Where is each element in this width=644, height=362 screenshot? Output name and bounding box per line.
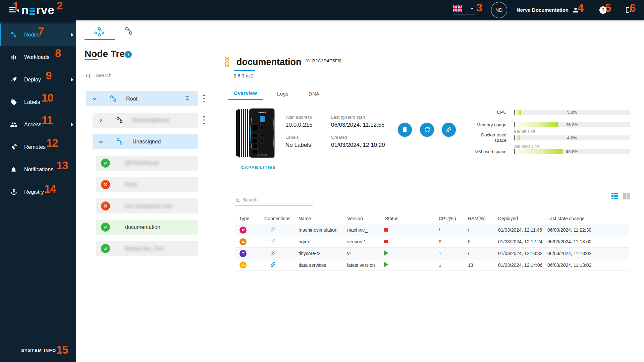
- tree-group-root[interactable]: Root: [86, 91, 198, 106]
- workload-row[interactable]: data services latest version 1 13 01/03/…: [235, 259, 629, 271]
- workload-deployed: 01/03/2024, 12:13:32: [495, 251, 545, 256]
- connection-link-icon[interactable]: [270, 261, 276, 268]
- annotation-8: 8: [55, 48, 61, 59]
- remotes-icon: [10, 143, 17, 151]
- nerve-logo[interactable]: n rve: [21, 3, 55, 17]
- access-icon: [10, 121, 17, 128]
- node-tree-search: [86, 71, 205, 81]
- reboot-node-button[interactable]: [420, 123, 434, 137]
- tree-group-blurred[interactable]: BrokeringNerve: [93, 113, 198, 128]
- workload-cpu: 0: [436, 239, 465, 244]
- capabilities-link[interactable]: CAPABILITIES: [241, 165, 276, 170]
- status-stopped-icon: [384, 228, 388, 232]
- connect-node-button[interactable]: [442, 123, 456, 137]
- node-tree-panel: Node Tree i Root BrokeringNerve Unassign…: [76, 20, 215, 362]
- tree-node-item[interactable]: Ryan: [96, 177, 198, 192]
- logo-text-n: n: [21, 3, 29, 17]
- svg-text:nerve: nerve: [258, 111, 266, 114]
- workload-last-state-change: 06/03/2024, 11:13:02: [545, 262, 629, 268]
- language-selector[interactable]: [453, 5, 477, 15]
- sidebar-item-remotes[interactable]: Remotes: [0, 136, 76, 158]
- workload-ram: 0: [465, 239, 495, 244]
- col-status: Status: [381, 216, 436, 221]
- grid-view-icon[interactable]: [623, 192, 630, 200]
- chevron-down-icon[interactable]: [99, 139, 103, 144]
- workload-row[interactable]: tinycore-t2 v1 1 / 01/03/2024, 12:13:32 …: [235, 247, 629, 259]
- link-icon: [444, 125, 453, 134]
- workload-name: machinesimulation: [296, 227, 344, 233]
- sidebar-item-deploy[interactable]: Deploy: [0, 68, 76, 91]
- active-tab-underline: [85, 39, 115, 40]
- system-info-link[interactable]: SYSTEM INFO: [21, 348, 56, 353]
- workload-version: v1: [344, 251, 381, 256]
- chevron-right-icon[interactable]: [99, 118, 103, 123]
- collapse-all-icon[interactable]: [184, 96, 191, 102]
- metric-label: Memory usage: [470, 122, 506, 128]
- app-window: n rve ND Nerve Documentation ?: [0, 0, 644, 362]
- annotation-5: 5: [605, 2, 611, 13]
- sidebar-item-label: Labels: [24, 99, 40, 105]
- search-input[interactable]: [235, 196, 313, 205]
- tab-node-list-icon[interactable]: [124, 26, 135, 38]
- node-online-icon: [101, 159, 110, 168]
- connection-link-icon[interactable]: [270, 250, 276, 256]
- workload-deployed: 01/03/2024, 12:14:06: [495, 262, 545, 268]
- created-value: 01/03/2024, 12:10:20: [331, 142, 385, 148]
- info-icon[interactable]: i: [125, 51, 132, 58]
- sidebar-item-label: Nodes: [24, 32, 40, 38]
- node-offline-icon: [101, 201, 110, 210]
- search-input[interactable]: [86, 71, 205, 81]
- tree-node-label: Ryan: [125, 182, 138, 188]
- labels-icon: [10, 99, 17, 106]
- search-icon: [86, 73, 92, 79]
- delete-node-button[interactable]: [398, 123, 412, 137]
- workload-last-state-change: 06/03/2024, 11:13:00: [545, 239, 629, 244]
- sidebar-item-registry[interactable]: Registry: [0, 181, 76, 203]
- tab-logs[interactable]: Logs: [271, 87, 294, 100]
- tree-node-documentation[interactable]: documentation: [96, 220, 198, 235]
- last-system-start-value: 06/03/2024, 11:12:56: [331, 122, 384, 128]
- detail-tabs: Overview Logs DNA: [228, 87, 334, 100]
- workload-ram: /: [465, 251, 495, 256]
- field-label: Wan address: [285, 115, 312, 120]
- docker-compose-type-icon: [239, 261, 247, 268]
- col-ram: RAM(%): [465, 216, 495, 221]
- tree-node-item[interactable]: BanjaLuka_Test: [96, 241, 198, 256]
- connection-link-icon[interactable]: [270, 226, 276, 233]
- col-name: Name: [296, 216, 344, 221]
- node-group-icon: [109, 95, 117, 103]
- docker-type-icon: [239, 238, 247, 245]
- workload-row[interactable]: nginx version 1 0 0 01/03/2024, 12:12:24…: [235, 236, 629, 247]
- tree-node-item[interactable]: MFN100haudi: [96, 156, 198, 171]
- workload-row[interactable]: machinesimulation machine_ / / 01/03/202…: [235, 224, 629, 236]
- metric-value: 5.3%: [514, 110, 630, 115]
- list-view-icon[interactable]: [611, 192, 619, 200]
- workload-ram: 13: [465, 262, 495, 268]
- cpu-bar: 5.3%: [514, 110, 630, 115]
- tree-group-label: BrokeringNerve: [132, 117, 170, 123]
- tab-dna[interactable]: DNA: [303, 87, 325, 100]
- kebab-menu-icon[interactable]: [202, 95, 206, 103]
- title-underline: [85, 59, 98, 60]
- tab-overview[interactable]: Overview: [228, 87, 263, 100]
- registry-icon: [10, 188, 17, 196]
- tree-node-item[interactable]: kvm bookworm ivan: [96, 198, 198, 214]
- sidebar-item-labels[interactable]: Labels: [0, 91, 76, 113]
- tree-node-label: BanjaLuka_Test: [125, 246, 163, 252]
- deploy-icon: [10, 76, 17, 83]
- tree-group-unassigned[interactable]: Unassigned: [93, 134, 198, 149]
- workload-last-state-change: 06/03/2024, 11:22:30: [545, 227, 629, 233]
- sidebar-item-workloads[interactable]: Workloads: [0, 46, 76, 68]
- annotation-15: 15: [56, 344, 68, 355]
- metric-value: 40.8%: [514, 149, 630, 154]
- chevron-down-icon[interactable]: [92, 97, 97, 101]
- tree-node-label: MFN100haudi: [125, 160, 159, 166]
- sidebar-item-access[interactable]: Access: [0, 113, 76, 136]
- user-avatar[interactable]: ND: [491, 2, 507, 18]
- kebab-menu-icon[interactable]: [202, 116, 206, 124]
- workload-version: latest version: [344, 262, 381, 268]
- connection-link-icon[interactable]: [270, 238, 276, 244]
- annotation-12: 12: [46, 137, 58, 148]
- name-underline: [234, 70, 255, 71]
- tab-node-tree-icon[interactable]: [94, 26, 105, 38]
